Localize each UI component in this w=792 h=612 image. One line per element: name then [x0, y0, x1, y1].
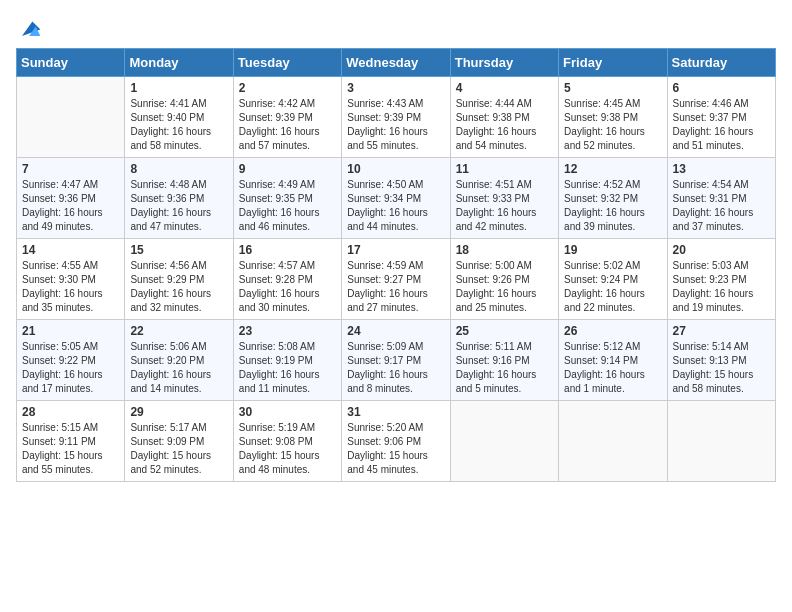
day-number: 18: [456, 243, 553, 257]
day-info: Sunrise: 5:11 AMSunset: 9:16 PMDaylight:…: [456, 340, 553, 396]
day-info: Sunrise: 4:42 AMSunset: 9:39 PMDaylight:…: [239, 97, 336, 153]
calendar-cell: 18Sunrise: 5:00 AMSunset: 9:26 PMDayligh…: [450, 239, 558, 320]
day-number: 16: [239, 243, 336, 257]
calendar-cell: 5Sunrise: 4:45 AMSunset: 9:38 PMDaylight…: [559, 77, 667, 158]
calendar-week-row: 28Sunrise: 5:15 AMSunset: 9:11 PMDayligh…: [17, 401, 776, 482]
day-info: Sunrise: 4:44 AMSunset: 9:38 PMDaylight:…: [456, 97, 553, 153]
day-info: Sunrise: 4:48 AMSunset: 9:36 PMDaylight:…: [130, 178, 227, 234]
day-info: Sunrise: 4:50 AMSunset: 9:34 PMDaylight:…: [347, 178, 444, 234]
day-info: Sunrise: 5:03 AMSunset: 9:23 PMDaylight:…: [673, 259, 770, 315]
calendar-cell: 8Sunrise: 4:48 AMSunset: 9:36 PMDaylight…: [125, 158, 233, 239]
calendar-cell: 30Sunrise: 5:19 AMSunset: 9:08 PMDayligh…: [233, 401, 341, 482]
day-number: 3: [347, 81, 444, 95]
day-number: 24: [347, 324, 444, 338]
day-number: 21: [22, 324, 119, 338]
calendar-cell: 31Sunrise: 5:20 AMSunset: 9:06 PMDayligh…: [342, 401, 450, 482]
logo-icon: [18, 16, 42, 40]
day-number: 7: [22, 162, 119, 176]
day-number: 28: [22, 405, 119, 419]
day-number: 6: [673, 81, 770, 95]
calendar-cell: 13Sunrise: 4:54 AMSunset: 9:31 PMDayligh…: [667, 158, 775, 239]
day-number: 10: [347, 162, 444, 176]
calendar-cell: 22Sunrise: 5:06 AMSunset: 9:20 PMDayligh…: [125, 320, 233, 401]
column-header-thursday: Thursday: [450, 49, 558, 77]
calendar-cell: 19Sunrise: 5:02 AMSunset: 9:24 PMDayligh…: [559, 239, 667, 320]
calendar-cell: 4Sunrise: 4:44 AMSunset: 9:38 PMDaylight…: [450, 77, 558, 158]
calendar-cell: 12Sunrise: 4:52 AMSunset: 9:32 PMDayligh…: [559, 158, 667, 239]
column-header-friday: Friday: [559, 49, 667, 77]
day-info: Sunrise: 4:47 AMSunset: 9:36 PMDaylight:…: [22, 178, 119, 234]
day-info: Sunrise: 5:02 AMSunset: 9:24 PMDaylight:…: [564, 259, 661, 315]
day-number: 5: [564, 81, 661, 95]
calendar-cell: 23Sunrise: 5:08 AMSunset: 9:19 PMDayligh…: [233, 320, 341, 401]
day-info: Sunrise: 4:45 AMSunset: 9:38 PMDaylight:…: [564, 97, 661, 153]
day-number: 11: [456, 162, 553, 176]
day-info: Sunrise: 4:41 AMSunset: 9:40 PMDaylight:…: [130, 97, 227, 153]
day-number: 8: [130, 162, 227, 176]
day-number: 19: [564, 243, 661, 257]
calendar-week-row: 1Sunrise: 4:41 AMSunset: 9:40 PMDaylight…: [17, 77, 776, 158]
calendar-cell: 2Sunrise: 4:42 AMSunset: 9:39 PMDaylight…: [233, 77, 341, 158]
calendar-cell: 16Sunrise: 4:57 AMSunset: 9:28 PMDayligh…: [233, 239, 341, 320]
day-number: 22: [130, 324, 227, 338]
day-number: 25: [456, 324, 553, 338]
day-number: 31: [347, 405, 444, 419]
day-info: Sunrise: 5:00 AMSunset: 9:26 PMDaylight:…: [456, 259, 553, 315]
calendar-cell: 26Sunrise: 5:12 AMSunset: 9:14 PMDayligh…: [559, 320, 667, 401]
calendar-cell: 10Sunrise: 4:50 AMSunset: 9:34 PMDayligh…: [342, 158, 450, 239]
day-info: Sunrise: 5:08 AMSunset: 9:19 PMDaylight:…: [239, 340, 336, 396]
calendar-cell: 27Sunrise: 5:14 AMSunset: 9:13 PMDayligh…: [667, 320, 775, 401]
calendar-table: SundayMondayTuesdayWednesdayThursdayFrid…: [16, 48, 776, 482]
day-number: 1: [130, 81, 227, 95]
calendar-cell: 7Sunrise: 4:47 AMSunset: 9:36 PMDaylight…: [17, 158, 125, 239]
day-info: Sunrise: 4:52 AMSunset: 9:32 PMDaylight:…: [564, 178, 661, 234]
day-info: Sunrise: 5:12 AMSunset: 9:14 PMDaylight:…: [564, 340, 661, 396]
day-info: Sunrise: 4:46 AMSunset: 9:37 PMDaylight:…: [673, 97, 770, 153]
calendar-cell: 1Sunrise: 4:41 AMSunset: 9:40 PMDaylight…: [125, 77, 233, 158]
page-header: [16, 16, 776, 40]
calendar-cell: 17Sunrise: 4:59 AMSunset: 9:27 PMDayligh…: [342, 239, 450, 320]
day-info: Sunrise: 4:59 AMSunset: 9:27 PMDaylight:…: [347, 259, 444, 315]
day-number: 23: [239, 324, 336, 338]
calendar-header-row: SundayMondayTuesdayWednesdayThursdayFrid…: [17, 49, 776, 77]
calendar-cell: [17, 77, 125, 158]
day-info: Sunrise: 4:57 AMSunset: 9:28 PMDaylight:…: [239, 259, 336, 315]
column-header-monday: Monday: [125, 49, 233, 77]
day-info: Sunrise: 5:20 AMSunset: 9:06 PMDaylight:…: [347, 421, 444, 477]
calendar-cell: 3Sunrise: 4:43 AMSunset: 9:39 PMDaylight…: [342, 77, 450, 158]
calendar-cell: 14Sunrise: 4:55 AMSunset: 9:30 PMDayligh…: [17, 239, 125, 320]
calendar-cell: 20Sunrise: 5:03 AMSunset: 9:23 PMDayligh…: [667, 239, 775, 320]
column-header-sunday: Sunday: [17, 49, 125, 77]
calendar-cell: 9Sunrise: 4:49 AMSunset: 9:35 PMDaylight…: [233, 158, 341, 239]
day-number: 20: [673, 243, 770, 257]
calendar-week-row: 7Sunrise: 4:47 AMSunset: 9:36 PMDaylight…: [17, 158, 776, 239]
calendar-cell: 24Sunrise: 5:09 AMSunset: 9:17 PMDayligh…: [342, 320, 450, 401]
column-header-tuesday: Tuesday: [233, 49, 341, 77]
calendar-cell: 21Sunrise: 5:05 AMSunset: 9:22 PMDayligh…: [17, 320, 125, 401]
day-info: Sunrise: 5:05 AMSunset: 9:22 PMDaylight:…: [22, 340, 119, 396]
calendar-cell: [559, 401, 667, 482]
column-header-saturday: Saturday: [667, 49, 775, 77]
day-info: Sunrise: 5:19 AMSunset: 9:08 PMDaylight:…: [239, 421, 336, 477]
day-info: Sunrise: 4:51 AMSunset: 9:33 PMDaylight:…: [456, 178, 553, 234]
day-info: Sunrise: 4:54 AMSunset: 9:31 PMDaylight:…: [673, 178, 770, 234]
day-info: Sunrise: 5:17 AMSunset: 9:09 PMDaylight:…: [130, 421, 227, 477]
day-info: Sunrise: 4:55 AMSunset: 9:30 PMDaylight:…: [22, 259, 119, 315]
day-number: 26: [564, 324, 661, 338]
day-info: Sunrise: 5:15 AMSunset: 9:11 PMDaylight:…: [22, 421, 119, 477]
day-number: 30: [239, 405, 336, 419]
day-number: 12: [564, 162, 661, 176]
calendar-cell: [450, 401, 558, 482]
day-number: 14: [22, 243, 119, 257]
calendar-cell: [667, 401, 775, 482]
calendar-cell: 11Sunrise: 4:51 AMSunset: 9:33 PMDayligh…: [450, 158, 558, 239]
day-number: 17: [347, 243, 444, 257]
day-number: 4: [456, 81, 553, 95]
calendar-cell: 15Sunrise: 4:56 AMSunset: 9:29 PMDayligh…: [125, 239, 233, 320]
day-number: 9: [239, 162, 336, 176]
day-info: Sunrise: 5:14 AMSunset: 9:13 PMDaylight:…: [673, 340, 770, 396]
day-info: Sunrise: 4:43 AMSunset: 9:39 PMDaylight:…: [347, 97, 444, 153]
calendar-week-row: 14Sunrise: 4:55 AMSunset: 9:30 PMDayligh…: [17, 239, 776, 320]
day-info: Sunrise: 4:49 AMSunset: 9:35 PMDaylight:…: [239, 178, 336, 234]
day-number: 27: [673, 324, 770, 338]
